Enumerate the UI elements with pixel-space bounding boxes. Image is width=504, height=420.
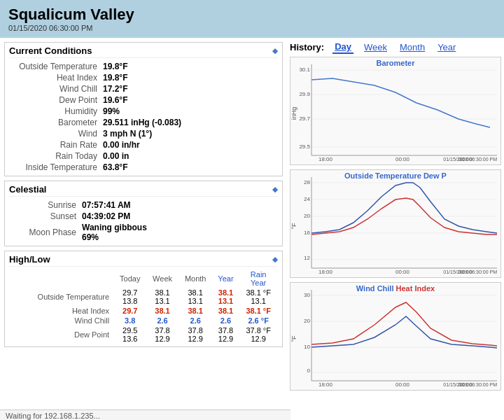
svg-text:30: 30 <box>304 292 310 298</box>
tab-day[interactable]: Day <box>332 41 354 54</box>
celestial-row: Moon PhaseWaning gibbous69% <box>9 222 278 243</box>
highlow-cell: 2.6 <box>146 316 178 326</box>
highlow-cell: 37.812.9 <box>213 326 239 344</box>
conditions-row: Inside Temperature63.8°F <box>9 162 278 173</box>
highlow-col-empty <box>9 270 113 288</box>
celestial-value: Waning gibbous69% <box>79 222 278 243</box>
highlow-cell: 2.6 °F <box>239 316 278 326</box>
condition-label: Humidity <box>9 106 100 117</box>
conditions-row: Wind Chill17.2°F <box>9 83 278 94</box>
highlow-cell: 38.113.1 <box>146 288 178 306</box>
highlow-col-today: Today <box>113 270 146 288</box>
svg-text:01/15/2020 06:30:00 PM: 01/15/2020 06:30:00 PM <box>443 270 497 274</box>
condition-value: 99% <box>100 106 278 117</box>
highlow-cell: 38.1 °F <box>239 306 278 316</box>
conditions-row: Barometer29.511 inHg (-0.083) <box>9 117 278 128</box>
condition-label: Inside Temperature <box>9 162 100 173</box>
svg-text:18:00: 18:00 <box>318 269 333 275</box>
highlow-cell: 38.1 °F13.1 <box>239 288 278 306</box>
svg-text:01/15/2020 06:30:00 PM: 01/15/2020 06:30:00 PM <box>443 382 497 387</box>
tab-week[interactable]: Week <box>362 41 389 53</box>
highlow-header: High/Low ◆ <box>9 254 278 267</box>
celestial-value: 04:39:02 PM <box>79 211 278 222</box>
conditions-row: Rain Rate0.00 in/hr <box>9 139 278 150</box>
conditions-row: Heat Index19.8°F <box>9 72 278 83</box>
highlow-col-year: Year <box>213 270 239 288</box>
conditions-diamond-icon: ◆ <box>272 47 278 55</box>
history-header: History: Day Week Month Year <box>290 41 501 54</box>
highlow-row: Wind Chill3.82.62.62.62.6 °F <box>9 316 278 326</box>
condition-value: 19.8°F <box>100 61 278 72</box>
temp-dewpoint-chart: Outside Temperature Dew P 28 24 20 16 12… <box>290 169 501 278</box>
left-panel: Current Conditions ◆ Outside Temperature… <box>0 38 287 420</box>
highlow-row-label: Wind Chill <box>9 316 113 326</box>
highlow-cell: 2.6 <box>178 316 213 326</box>
condition-label: Dew Point <box>9 94 100 106</box>
highlow-cell: 38.113.1 <box>213 288 239 306</box>
condition-label: Wind <box>9 128 100 139</box>
svg-text:29.5: 29.5 <box>299 144 310 150</box>
condition-value: 0.00 in <box>100 150 278 162</box>
svg-text:inHg: inHg <box>290 107 298 120</box>
conditions-row: Wind3 mph N (1°) <box>9 128 278 139</box>
highlow-row: Heat Index29.738.138.138.138.1 °F <box>9 306 278 316</box>
condition-label: Wind Chill <box>9 83 100 94</box>
tab-year[interactable]: Year <box>435 41 458 53</box>
celestial-header: Celestial ◆ <box>9 184 278 197</box>
page-title: Squalicum Valley <box>8 6 496 24</box>
highlow-cell: 3.8 <box>113 316 146 326</box>
svg-text:29.7: 29.7 <box>299 115 310 122</box>
current-conditions-section: Current Conditions ◆ Outside Temperature… <box>4 42 283 176</box>
datetime: 01/15/2020 06:30:00 PM <box>8 24 496 32</box>
svg-text:°F: °F <box>290 223 298 230</box>
condition-value: 29.511 inHg (-0.083) <box>100 117 278 128</box>
highlow-cell: 38.1 <box>213 306 239 316</box>
barometer-svg: 30.1 29.9 29.7 29.5 inHg 18:00 00:00 06:… <box>290 57 501 165</box>
windchill-heatindex-chart: Wind Chill Heat Index 30 20 10 0 °F 18:0… <box>290 282 501 391</box>
highlow-cell: 38.1 <box>178 306 213 316</box>
temp-svg: 28 24 20 16 12 °F 18:00 00:00 06:00 01/1… <box>290 170 501 278</box>
condition-value: 19.8°F <box>100 72 278 83</box>
svg-text:00:00: 00:00 <box>396 382 410 388</box>
right-panel: History: Day Week Month Year Barometer 3… <box>287 38 504 420</box>
conditions-row: Outside Temperature19.8°F <box>9 61 278 72</box>
highlow-cell: 29.713.8 <box>113 288 146 306</box>
current-conditions-title: Current Conditions <box>9 46 92 56</box>
condition-label: Barometer <box>9 117 100 128</box>
svg-text:18:00: 18:00 <box>318 382 333 388</box>
condition-label: Rain Today <box>9 150 100 162</box>
condition-value: 0.00 in/hr <box>100 139 278 150</box>
celestial-label: Sunrise <box>9 200 79 211</box>
svg-text:0: 0 <box>307 368 311 374</box>
highlow-table: Today Week Month Year RainYear Outside T… <box>9 270 278 344</box>
tab-month[interactable]: Month <box>398 41 427 53</box>
highlow-section: High/Low ◆ Today Week Month Year RainYea… <box>4 251 283 347</box>
svg-text:20: 20 <box>304 213 310 219</box>
highlow-cell: 29.513.6 <box>113 326 146 344</box>
highlow-col-rainyear: RainYear <box>239 270 278 288</box>
highlow-cell: 2.6 <box>213 316 239 326</box>
highlow-title: High/Low <box>9 254 50 265</box>
highlow-cell: 37.8 °F12.9 <box>239 326 278 344</box>
svg-text:°F: °F <box>290 335 298 342</box>
highlow-row-label: Heat Index <box>9 306 113 316</box>
temp-dewpoint-title: Outside Temperature Dew P <box>290 172 500 180</box>
svg-text:24: 24 <box>304 196 310 202</box>
conditions-row: Dew Point19.6°F <box>9 94 278 106</box>
svg-text:00:00: 00:00 <box>396 269 410 275</box>
conditions-row: Humidity99% <box>9 106 278 117</box>
highlow-row: Dew Point29.513.637.812.937.812.937.812.… <box>9 326 278 344</box>
svg-text:29.9: 29.9 <box>299 91 310 97</box>
svg-text:16: 16 <box>304 230 310 236</box>
highlow-row-label: Outside Temperature <box>9 288 113 306</box>
svg-text:00:00: 00:00 <box>396 156 410 162</box>
svg-text:28: 28 <box>304 179 310 186</box>
status-text: Waiting for 192.168.1.235... <box>6 412 100 420</box>
status-bar: Waiting for 192.168.1.235... <box>0 410 290 420</box>
highlow-diamond-icon: ◆ <box>272 255 278 263</box>
highlow-cell: 38.113.1 <box>178 288 213 306</box>
svg-text:30.1: 30.1 <box>299 66 310 73</box>
celestial-section: Celestial ◆ Sunrise07:57:41 AMSunset04:3… <box>4 181 283 246</box>
highlow-col-week: Week <box>146 270 178 288</box>
celestial-label: Sunset <box>9 211 79 222</box>
